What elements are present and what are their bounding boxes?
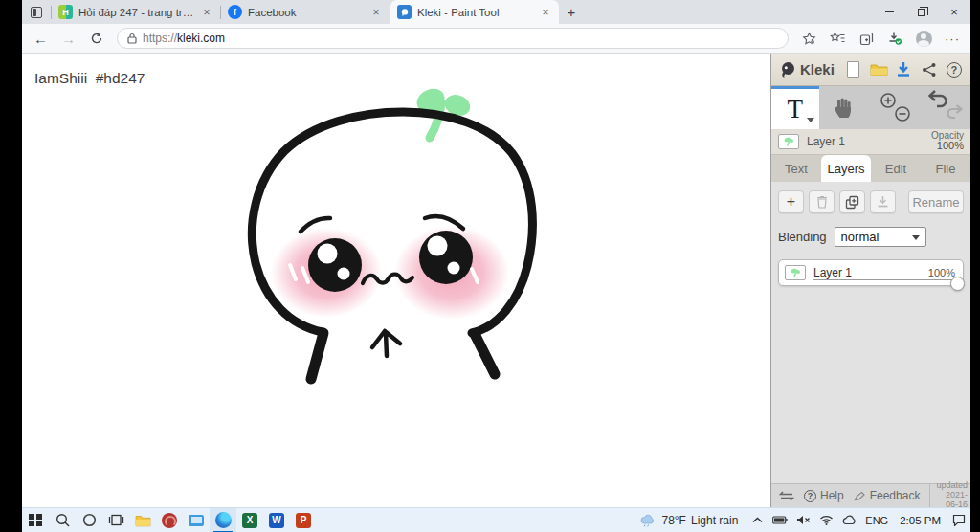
onedrive-indicator[interactable] bbox=[837, 508, 860, 532]
tab-kleki-active[interactable]: Kleki - Paint Tool × bbox=[390, 0, 559, 24]
new-tab-button[interactable]: + bbox=[559, 0, 584, 24]
star-icon bbox=[802, 32, 816, 46]
hidden-icons-button[interactable] bbox=[746, 508, 768, 532]
merge-layer-button[interactable] bbox=[870, 190, 896, 213]
share-button[interactable] bbox=[920, 58, 939, 81]
pencil-icon bbox=[854, 491, 866, 501]
layer-row-1[interactable]: Layer 1 100% bbox=[778, 259, 964, 286]
address-bar[interactable]: https://kleki.com bbox=[117, 28, 789, 49]
text-tool-button[interactable]: T bbox=[771, 86, 819, 129]
layer-opacity-value: 100% bbox=[928, 267, 955, 278]
layers-panel: + Rename Blending bbox=[771, 182, 970, 483]
chevron-down-icon bbox=[912, 235, 920, 240]
word-button[interactable]: W bbox=[263, 508, 290, 532]
file-explorer-button[interactable] bbox=[129, 508, 156, 532]
clock[interactable]: 2:05 PM bbox=[893, 515, 947, 526]
layer-opacity-slider-knob[interactable] bbox=[950, 277, 965, 291]
tab-file[interactable]: File bbox=[921, 155, 970, 182]
weather-condition: Light rain bbox=[691, 514, 738, 527]
excel-button[interactable]: X bbox=[236, 508, 263, 532]
blending-row: Blending normal bbox=[778, 227, 964, 247]
chevron-up-icon bbox=[752, 517, 763, 523]
tab-close-icon[interactable]: × bbox=[200, 6, 213, 19]
kleki-tab-strip: Text Layers Edit File bbox=[771, 155, 970, 182]
profile-avatar bbox=[916, 31, 932, 47]
new-page-icon bbox=[847, 61, 859, 78]
rename-layer-button[interactable]: Rename bbox=[908, 190, 964, 213]
zoom-out-icon bbox=[896, 107, 909, 121]
tab-close-icon[interactable]: × bbox=[539, 6, 552, 19]
kleki-brand-name: Kleki bbox=[800, 61, 835, 78]
cortana-button[interactable] bbox=[76, 508, 102, 532]
blending-label: Blending bbox=[778, 230, 827, 244]
feedback-button[interactable]: Feedback bbox=[854, 489, 921, 502]
settings-menu-button[interactable]: ··· bbox=[940, 26, 965, 51]
powerpoint-icon: P bbox=[296, 513, 311, 528]
import-button[interactable] bbox=[869, 58, 888, 81]
save-button[interactable] bbox=[894, 58, 913, 81]
duplicate-icon bbox=[845, 195, 859, 210]
add-favorite-button[interactable] bbox=[796, 26, 821, 51]
collections-button[interactable] bbox=[854, 26, 879, 51]
notification-icon bbox=[952, 514, 966, 526]
tab-layers[interactable]: Layers bbox=[821, 155, 871, 182]
paint-canvas[interactable]: IamShiii #hd247 bbox=[22, 54, 770, 507]
window-controls: × bbox=[873, 0, 970, 24]
tab-hoidap247[interactable]: H Hỏi đáp 247 - trang tra loi × bbox=[52, 0, 220, 24]
tab-actions-menu-button[interactable] bbox=[22, 0, 51, 24]
start-button[interactable] bbox=[22, 508, 49, 532]
redo-icon bbox=[948, 105, 962, 118]
battery-indicator[interactable] bbox=[768, 508, 791, 532]
back-button[interactable]: ← bbox=[28, 26, 54, 52]
weather-cloud-icon bbox=[639, 514, 657, 527]
undo-redo-buttons[interactable] bbox=[918, 86, 970, 129]
task-view-button[interactable] bbox=[102, 508, 129, 532]
download-icon bbox=[887, 31, 902, 46]
tab-facebook[interactable]: f Facebook × bbox=[221, 0, 390, 24]
taskbar-search-button[interactable] bbox=[49, 508, 76, 532]
help-icon: ? bbox=[804, 490, 816, 502]
excel-icon: X bbox=[242, 513, 257, 528]
tab-bar: H Hỏi đáp 247 - trang tra loi × f Facebo… bbox=[22, 0, 970, 24]
add-layer-button[interactable]: + bbox=[778, 190, 804, 213]
kleki-brand[interactable]: Kleki bbox=[778, 60, 835, 79]
minimize-button[interactable] bbox=[873, 0, 905, 24]
tab-close-icon[interactable]: × bbox=[369, 6, 383, 19]
close-button[interactable]: × bbox=[938, 0, 970, 24]
volume-muted-indicator[interactable] bbox=[791, 508, 814, 532]
weather-widget[interactable]: 78°F Light rain bbox=[632, 514, 746, 527]
refresh-button[interactable] bbox=[83, 26, 109, 52]
blending-select[interactable]: normal bbox=[835, 227, 926, 247]
zoom-tool-button[interactable] bbox=[868, 86, 918, 129]
kleki-tool-row: T bbox=[771, 86, 970, 129]
red-app-button[interactable] bbox=[156, 508, 183, 532]
new-image-button[interactable] bbox=[844, 58, 863, 81]
merge-down-icon bbox=[877, 195, 889, 209]
swap-arrows-icon bbox=[779, 490, 794, 502]
duplicate-layer-button[interactable] bbox=[839, 190, 865, 213]
minimize-icon bbox=[885, 11, 894, 12]
forward-button[interactable]: → bbox=[56, 26, 81, 52]
restore-button[interactable] bbox=[905, 0, 938, 24]
tab-edit[interactable]: Edit bbox=[871, 155, 921, 182]
action-center-button[interactable] bbox=[947, 508, 970, 532]
layer-opacity-slider-track[interactable] bbox=[813, 279, 953, 280]
wifi-indicator[interactable] bbox=[814, 508, 837, 532]
opacity-readout: Opacity 100% bbox=[931, 131, 964, 152]
hand-tool-button[interactable] bbox=[819, 86, 868, 129]
delete-layer-button[interactable] bbox=[809, 190, 835, 213]
active-layer-bar[interactable]: Layer 1 Opacity 100% bbox=[771, 129, 970, 155]
language-indicator[interactable]: ENG bbox=[860, 515, 893, 526]
vertical-tabs-icon bbox=[31, 7, 42, 18]
swap-ui-button[interactable] bbox=[779, 490, 794, 502]
profile-button[interactable] bbox=[911, 26, 936, 51]
powerpoint-button[interactable]: P bbox=[290, 508, 317, 532]
help-button[interactable]: ? bbox=[945, 58, 964, 81]
tab-text[interactable]: Text bbox=[771, 155, 821, 182]
downloads-button[interactable] bbox=[882, 26, 907, 51]
monitor-app-button[interactable] bbox=[183, 508, 210, 532]
toolbar-icons: ··· bbox=[796, 26, 965, 51]
favorites-hub-button[interactable] bbox=[825, 26, 850, 51]
footer-help-button[interactable]: ? Help bbox=[804, 489, 844, 502]
edge-taskbar-button[interactable] bbox=[210, 508, 236, 532]
